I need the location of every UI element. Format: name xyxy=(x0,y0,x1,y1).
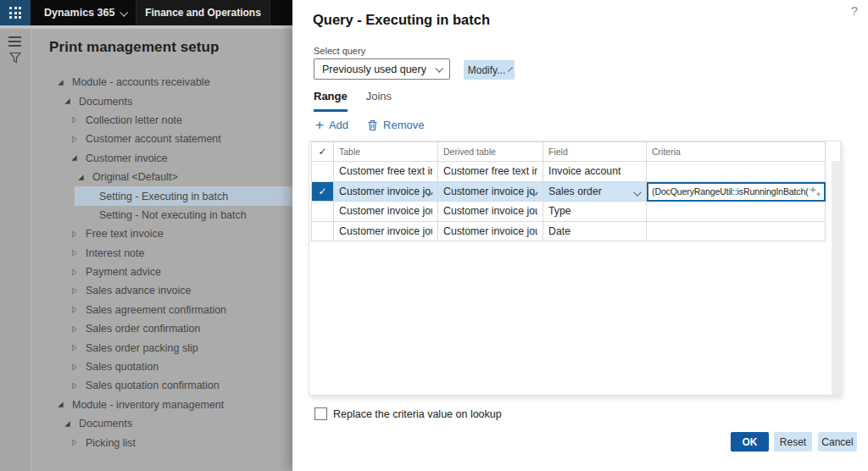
cell-criteria[interactable] xyxy=(647,202,826,222)
cell-text: Customer free text inv... xyxy=(443,165,537,177)
row-select-cell[interactable] xyxy=(312,222,334,242)
tree-collapsed-icon[interactable] xyxy=(70,439,86,446)
grid-scrollbar[interactable] xyxy=(832,161,841,395)
remove-label: Remove xyxy=(383,119,424,131)
tree-item[interactable]: Customer invoice xyxy=(31,149,292,168)
page-title: Print management setup xyxy=(49,39,220,56)
tree-item[interactable]: Original <Default> xyxy=(31,168,292,186)
tree-item[interactable]: Sales advance invoice xyxy=(31,281,292,300)
row-select-cell[interactable] xyxy=(312,202,334,222)
cell-criteria[interactable] xyxy=(647,162,826,182)
tree-expanded-icon[interactable] xyxy=(64,420,79,428)
cell-derived[interactable]: Customer invoice jour... xyxy=(438,202,543,222)
tree-collapsed-icon[interactable] xyxy=(70,249,86,257)
tree-expanded-icon[interactable] xyxy=(64,97,79,105)
reset-button[interactable]: Reset xyxy=(774,432,812,452)
column-header-table[interactable]: Table xyxy=(334,142,438,162)
suite-name-button[interactable]: Finance and Operations xyxy=(136,0,270,25)
tree-item[interactable]: Module - accounts receivable xyxy=(31,73,292,91)
cell-text: Date xyxy=(548,225,641,237)
tree-item[interactable]: Payment advice xyxy=(31,263,292,281)
tree-item-label: Payment advice xyxy=(86,266,161,278)
cell-table[interactable]: Customer free text inv... xyxy=(334,162,438,182)
cell-field[interactable]: Date xyxy=(543,222,647,242)
dynamics-365-menu[interactable]: Dynamics 365 xyxy=(44,0,126,25)
hamburger-menu-icon[interactable] xyxy=(8,36,21,49)
cell-text: Customer invoice jour... xyxy=(339,225,432,237)
cell-criteria[interactable]: (DocQueryRangeUtil::isRunningInBatch()) xyxy=(647,182,826,202)
cell-derived[interactable]: Customer invoice jour... xyxy=(438,222,543,242)
tree-collapsed-icon[interactable] xyxy=(70,382,86,390)
cell-field[interactable]: Sales order xyxy=(543,182,647,202)
tree-expanded-icon[interactable] xyxy=(57,401,72,408)
tree-item[interactable]: Setting - Executing in batch xyxy=(31,186,292,205)
column-header-field[interactable]: Field xyxy=(543,142,647,162)
tree-item[interactable]: Module - inventory management xyxy=(31,396,292,414)
table-row[interactable]: Customer invoice jour...Customer invoice… xyxy=(312,222,826,242)
cancel-button[interactable]: Cancel xyxy=(818,432,857,452)
grid-body: Customer free text inv...Customer free t… xyxy=(312,162,826,241)
tree-collapsed-icon[interactable] xyxy=(70,325,86,333)
tree-item-label: Sales quotation confirmation xyxy=(86,380,220,391)
tree-item-label: Documents xyxy=(79,418,132,429)
cell-text: Customer invoice jo... xyxy=(443,186,537,197)
replace-criteria-label: Replace the criteria value on lookup xyxy=(333,408,502,420)
cell-field[interactable]: Type xyxy=(543,202,647,222)
tree-collapsed-icon[interactable] xyxy=(70,363,86,371)
row-select-cell[interactable]: ✓ xyxy=(312,182,334,202)
tree-item[interactable]: Sales order packing slip xyxy=(31,338,292,357)
cell-table[interactable]: Customer invoice jour... xyxy=(334,202,438,222)
print-management-tree: Module - accounts receivableDocumentsCol… xyxy=(31,73,292,452)
row-select-cell[interactable] xyxy=(312,162,334,182)
tree-item[interactable]: Free text invoice xyxy=(31,224,292,243)
tree-expanded-icon[interactable] xyxy=(57,79,72,86)
app-launcher-button[interactable] xyxy=(0,0,31,25)
table-row[interactable]: ✓Customer invoice jo...Customer invoice … xyxy=(312,182,826,202)
tree-item[interactable]: Sales agreement confirmation xyxy=(31,301,292,319)
table-row[interactable]: Customer free text inv...Customer free t… xyxy=(312,162,826,182)
tree-collapsed-icon[interactable] xyxy=(70,230,86,238)
tree-item[interactable]: Setting - Not executing in batch xyxy=(31,206,292,224)
tree-collapsed-icon[interactable] xyxy=(70,344,86,352)
cell-table[interactable]: Customer invoice jour... xyxy=(334,222,438,242)
tree-item[interactable]: Sales quotation confirmation xyxy=(31,376,292,395)
tree-collapsed-icon[interactable] xyxy=(70,116,86,124)
tree-item[interactable]: Sales order confirmation xyxy=(31,319,292,338)
column-header-derived-table[interactable]: Derived table xyxy=(438,142,543,162)
cell-derived[interactable]: Customer invoice jo... xyxy=(438,182,543,202)
tree-item[interactable]: Customer account statement xyxy=(31,130,292,148)
open-lookup-icon[interactable] xyxy=(810,186,821,197)
tree-item[interactable]: Interest note xyxy=(31,244,292,263)
tree-item[interactable]: Sales quotation xyxy=(31,357,292,376)
tree-collapsed-icon[interactable] xyxy=(70,306,86,313)
tree-item[interactable]: Documents xyxy=(31,91,292,110)
cell-table[interactable]: Customer invoice jo... xyxy=(334,182,438,202)
tree-collapsed-icon[interactable] xyxy=(70,269,86,276)
tab-range[interactable]: Range xyxy=(314,90,348,112)
modify-button[interactable]: Modify... xyxy=(464,60,515,80)
tab-joins[interactable]: Joins xyxy=(366,90,392,112)
help-icon[interactable]: ? xyxy=(851,3,858,18)
replace-criteria-checkbox[interactable] xyxy=(314,407,327,420)
tree-item[interactable]: Collection letter note xyxy=(31,111,292,130)
add-button[interactable]: + Add xyxy=(315,119,348,131)
tree-expanded-icon[interactable] xyxy=(70,154,86,162)
ok-button[interactable]: OK xyxy=(731,432,769,452)
column-header-criteria[interactable]: Criteria xyxy=(647,142,826,162)
range-grid: ✓ Table Derived table Field Criteria Cus… xyxy=(311,141,826,241)
cell-text: Customer free text inv... xyxy=(339,165,432,177)
table-row[interactable]: Customer invoice jour...Customer invoice… xyxy=(312,202,826,222)
cell-field[interactable]: Invoice account xyxy=(543,162,647,182)
tree-collapsed-icon[interactable] xyxy=(70,136,86,143)
tree-collapsed-icon[interactable] xyxy=(70,287,86,295)
remove-button[interactable]: Remove xyxy=(367,119,424,131)
tree-item[interactable]: Documents xyxy=(31,414,292,433)
tree-expanded-icon[interactable] xyxy=(77,174,92,181)
select-all-header[interactable]: ✓ xyxy=(312,142,334,162)
cell-criteria[interactable] xyxy=(647,222,826,242)
filter-icon[interactable] xyxy=(8,51,22,64)
tree-item[interactable]: Picking list xyxy=(31,433,292,452)
add-label: Add xyxy=(329,119,348,131)
select-query-dropdown[interactable]: Previously used query xyxy=(314,58,450,80)
cell-derived[interactable]: Customer free text inv... xyxy=(438,162,543,182)
